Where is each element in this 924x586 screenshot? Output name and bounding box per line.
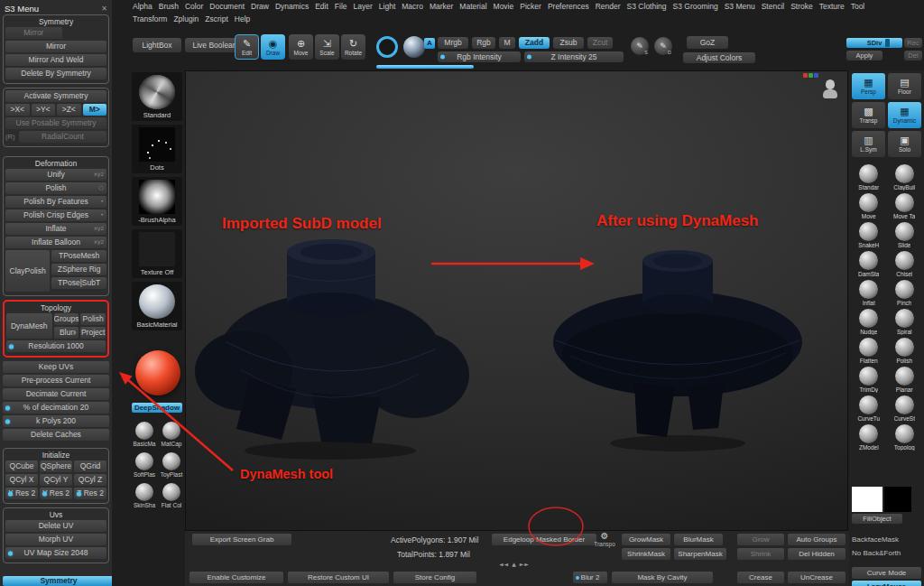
- pose-button[interactable]: TPoseMesh: [51, 250, 106, 262]
- texture-tile[interactable]: Texture Off: [132, 229, 182, 278]
- axis-icon[interactable]: •: [100, 209, 104, 221]
- material-preset[interactable]: Flat Col: [159, 483, 184, 508]
- material-name-badge[interactable]: DeepShadow: [132, 403, 182, 413]
- symmetry-button[interactable]: Mirror And Weld: [5, 54, 106, 66]
- menu-item[interactable]: Material: [458, 2, 487, 11]
- menu-item[interactable]: Zplugin: [172, 14, 199, 23]
- material-preset[interactable]: MatCap: [159, 422, 184, 447]
- brush-preset[interactable]: Move: [852, 193, 886, 219]
- brush-preset[interactable]: Standar: [852, 164, 886, 191]
- alpha-tile[interactable]: -BrushAlpha: [132, 177, 182, 226]
- radialcount-slider[interactable]: RadialCount: [19, 131, 106, 143]
- transpose-control[interactable]: ⚙ Transpo: [591, 531, 618, 547]
- axis-toggle[interactable]: >Z<: [57, 104, 81, 116]
- brush-preset[interactable]: Slide: [888, 222, 922, 248]
- apply-button[interactable]: Apply: [846, 51, 882, 60]
- view-toggle[interactable]: ▩ Transp: [852, 102, 885, 128]
- mirror-slider[interactable]: Mirror: [5, 27, 62, 39]
- brush-preset[interactable]: Polish: [888, 338, 922, 364]
- init-cyl-button[interactable]: QCyl Y: [40, 474, 72, 486]
- menu-item[interactable]: Movie: [493, 2, 515, 11]
- axis-toggle[interactable]: M>: [83, 104, 107, 116]
- brush-preset[interactable]: SnakeH: [852, 222, 886, 248]
- menu-item[interactable]: Dynamics: [274, 2, 310, 11]
- init-cyl-button[interactable]: QCyl Z: [74, 474, 106, 486]
- init-shape-button[interactable]: QGrid: [74, 460, 106, 472]
- deformation-slider[interactable]: Polish Crisp Edges •: [5, 209, 106, 221]
- sculptris-sphere-icon[interactable]: [403, 36, 425, 58]
- mrgb-toggle[interactable]: Mrgb: [438, 37, 468, 49]
- menu-item[interactable]: S3 Menu: [724, 2, 756, 11]
- backface-mask-label[interactable]: BackfaceMask: [852, 535, 921, 544]
- menu-item[interactable]: Picker: [519, 2, 542, 11]
- uv-button[interactable]: Delete UV: [5, 520, 106, 532]
- menu-item[interactable]: Light: [378, 2, 396, 11]
- pose-button[interactable]: TPose|SubT: [51, 277, 106, 289]
- grow-button[interactable]: Grow: [737, 534, 784, 545]
- goz-button[interactable]: GoZ: [687, 36, 728, 49]
- polish-toggle[interactable]: Polish: [80, 313, 106, 325]
- pen-stroke-icon[interactable]: ✎ S: [631, 37, 649, 55]
- symmetry-button[interactable]: Mirror: [5, 41, 106, 52]
- menu-item[interactable]: Brush: [158, 2, 180, 11]
- menu-item[interactable]: Document: [208, 2, 245, 11]
- del-hidden-button[interactable]: Del Hidden: [788, 548, 845, 560]
- dynamesh-button[interactable]: DynaMesh: [6, 313, 52, 339]
- material-tile[interactable]: BasicMaterial: [132, 282, 182, 330]
- deformation-slider[interactable]: Polish By Features •: [5, 196, 106, 208]
- symmetry-bottom-button[interactable]: Symmetry: [3, 576, 112, 586]
- menu-item[interactable]: Marker: [429, 2, 454, 11]
- menu-item[interactable]: Stroke: [790, 2, 814, 11]
- uv-button[interactable]: Morph UV: [5, 534, 106, 545]
- brush-tile-standard[interactable]: Standard: [132, 72, 182, 121]
- brush-preset[interactable]: ZModel: [852, 424, 886, 451]
- draw-mode-button[interactable]: ◉ Draw: [261, 34, 285, 60]
- decimation-button[interactable]: k Polys 200: [3, 415, 109, 427]
- brush-preset[interactable]: Flatten: [852, 338, 886, 364]
- blur-2-slider[interactable]: Blur 2: [573, 572, 607, 583]
- menu-item[interactable]: Color: [184, 2, 204, 11]
- brush-preset[interactable]: Chisel: [888, 251, 922, 277]
- move-mode-button[interactable]: ⊕ Move: [289, 34, 313, 60]
- uv-button[interactable]: UV Map Size 2048: [5, 547, 106, 559]
- pose-button[interactable]: ZSphere Rig: [51, 264, 106, 275]
- menu-item[interactable]: Edit: [314, 2, 329, 11]
- scale-mode-button[interactable]: ⇲ Scale: [315, 34, 339, 60]
- mask-by-cavity-button[interactable]: Mask By Cavity: [612, 572, 713, 583]
- restore-custom-ui-button[interactable]: Restore Custom UI: [288, 572, 389, 583]
- stroke-tile-dots[interactable]: Dots: [132, 125, 182, 173]
- axis-toggle[interactable]: >X<: [5, 104, 30, 116]
- gear-icon[interactable]: ⚙: [601, 531, 609, 541]
- menu-item[interactable]: Alpha: [132, 2, 153, 11]
- blurmask-button[interactable]: BlurMask: [674, 534, 723, 545]
- menu-item[interactable]: Layer: [353, 2, 374, 11]
- primary-color-swatch[interactable]: [852, 487, 882, 512]
- curve-mode-button[interactable]: Curve Mode: [852, 567, 921, 579]
- crease-button[interactable]: Crease: [737, 572, 784, 583]
- no-backforth-label[interactable]: No Back&Forth: [852, 549, 921, 557]
- rgb-toggle[interactable]: Rgb: [472, 37, 495, 49]
- brush-preset[interactable]: Planar: [888, 367, 922, 393]
- axis-icon[interactable]: ○: [98, 182, 104, 194]
- groups-toggle[interactable]: Groups: [54, 313, 79, 325]
- decimation-button[interactable]: % of decimation 20: [3, 402, 109, 414]
- decimation-button[interactable]: Keep UVs: [3, 361, 109, 373]
- init-res-slider[interactable]: Z Res 2: [74, 488, 106, 499]
- z-intensity-slider[interactable]: Z Intensity 25: [524, 51, 624, 62]
- brush-preset[interactable]: TrimDy: [852, 367, 886, 393]
- menu-item[interactable]: Macro: [401, 2, 424, 11]
- material-preset[interactable]: SkinSha: [132, 483, 157, 508]
- brush-preset[interactable]: Nudge: [852, 309, 886, 335]
- menu-item[interactable]: Help: [234, 14, 251, 23]
- material-preset[interactable]: SoftPlas: [132, 452, 157, 478]
- init-res-slider[interactable]: Y Res 2: [40, 488, 72, 499]
- brush-preset[interactable]: Move Ta: [888, 193, 922, 219]
- menu-item[interactable]: File: [334, 2, 348, 11]
- current-material-sphere[interactable]: [135, 350, 180, 395]
- axis-icon[interactable]: xyz: [94, 237, 104, 248]
- brush-preset[interactable]: CurveTu: [852, 395, 886, 422]
- init-res-slider[interactable]: X Res 2: [5, 488, 38, 499]
- brush-preset[interactable]: Inflat: [852, 280, 886, 306]
- decimation-button[interactable]: Delete Caches: [3, 429, 109, 441]
- menu-item[interactable]: S3 Grooming: [672, 2, 719, 11]
